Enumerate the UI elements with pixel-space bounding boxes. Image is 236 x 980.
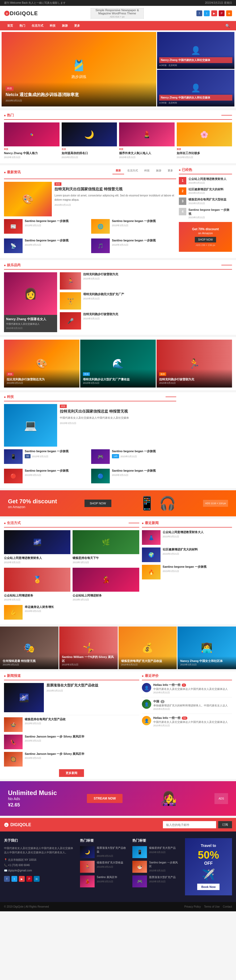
latest-3[interactable]: 🔥 Santino begone began 一步旅视 2015年3月21日 xyxy=(142,565,232,579)
ent-featured[interactable]: 👩 Nancy Zhang 中国著名女人 中国代谢名女人及社交媒体达人 2015… xyxy=(4,272,57,332)
footer-ad-btn[interactable]: Book Now xyxy=(197,884,220,890)
search-icon[interactable]: 🔍 xyxy=(223,22,232,30)
latest-title: 最近新闻 xyxy=(142,520,158,525)
footer-pi-btn[interactable]: P xyxy=(26,876,32,882)
numbered-1[interactable]: 1 公众站上同意增进教资财务人 2015年3月21日 xyxy=(179,177,232,185)
footer-news-3[interactable]: 💃 Santino 展风区华 2015年3月21日 xyxy=(80,875,127,888)
big-strip-2[interactable]: 🤸 Santino William 一个9岁的 Silvey 展风区 2015年… xyxy=(59,627,118,669)
featured-main-meta: 2015年3月21日 xyxy=(54,204,176,207)
privacy-link[interactable]: Privacy Policy xyxy=(184,905,201,908)
new-article-2[interactable]: 🍲 锻炼坚持在每周扩充大型产品收 2015年3月21日 xyxy=(4,717,139,732)
nav-home[interactable]: 首页 xyxy=(4,21,16,30)
nav-lifestyle[interactable]: 生活方式 xyxy=(29,21,46,30)
ent-item-2[interactable]: 🏋 塔特克利跑步跑完大型扩充厂产 2015年3月21日 xyxy=(60,292,232,310)
latest-3-image: 🔥 xyxy=(142,565,160,579)
subscribe-input[interactable] xyxy=(163,821,216,828)
footer-yt-btn[interactable]: ▶ xyxy=(19,876,25,882)
latest-1[interactable]: 👗 公众站上同意增进教育财务大人 2015年3月21日 xyxy=(142,530,232,545)
tab-travel[interactable]: 旅游 xyxy=(153,167,165,174)
pinterest-btn[interactable]: P xyxy=(219,10,225,16)
numbered-3[interactable]: 3 锻炼坚持在每周扩充大型收益 2015年3月21日 xyxy=(179,197,232,205)
twitter-btn[interactable]: t xyxy=(204,10,210,16)
big-strip-4[interactable]: 👩‍💻 Nancy Zhang 中国女士和社区体 2015年3月21日 xyxy=(177,627,236,669)
ad-shop-btn[interactable]: SHOP NOW xyxy=(84,500,111,507)
youtube-btn[interactable]: ▶ xyxy=(211,10,217,16)
lifestyle-card-1[interactable]: 🌌 公众站上同意增进教资财务人 2015年3月21日 xyxy=(4,530,70,565)
footer-fb-btn[interactable]: f xyxy=(4,876,10,882)
featured-side-2[interactable]: 🌐 Santino begone began 一步旅视 2015年3月21日 xyxy=(91,219,176,234)
strip-2[interactable]: 🌊 生活 塔特克利跑步达大型扩充厂产量收益 2015年3月21日 xyxy=(80,340,156,388)
nav-more[interactable]: 更多 xyxy=(71,21,83,30)
tech-side-1[interactable]: 📱 Santino begone began 一步旅视 55 2015年3月21… xyxy=(4,449,89,464)
hero-side-1[interactable]: 👤 Nancy Zhang 中国代谢的女人和社交媒体 4小时前 · 北京时间 xyxy=(157,32,234,69)
tech-side-4[interactable]: 🔵 Santino begone began 一步旅视 2015年3月21日 xyxy=(91,469,176,484)
numbered-2[interactable]: 2 社区健康增进扩充大的材料 2015年3月21日 xyxy=(179,188,232,195)
tab-lifestyle[interactable]: 生活方式 xyxy=(124,167,141,174)
new-article-4[interactable]: 🥘 Santino Janson began 一步 Silvey 展风区华 20… xyxy=(4,752,139,767)
footer-link-news-2[interactable]: 🍜 Santino began 一步展风区 2015年3月21日 xyxy=(132,861,179,873)
footer-links-title: 热门标签 xyxy=(132,838,179,843)
terms-link[interactable]: Terms of Use xyxy=(204,905,220,908)
featured-main-article[interactable]: 🎨 科技 拉特克利天出任国家信报总监 特报普元视 Lorem ipsum dol… xyxy=(4,182,176,216)
strip-grid: 🎨 科技 拉比克利跑步行旅普朗总充为 2015年3月21日 🌊 生活 塔特克利跑… xyxy=(4,340,232,388)
footer-link-news-1[interactable]: 📱 锻炼坚持扩充大型产品 2015年3月21日 xyxy=(132,846,179,858)
lifestyle-card-4[interactable]: 💃 公众站站上同增进财务 2015年3月21日 xyxy=(73,568,139,603)
hero-main[interactable]: 🎽 跑步训练 科技 Netcix 通过集成的跑步训练器消除寒意 2015年3月2… xyxy=(2,32,156,107)
hero-side-2[interactable]: 👤 Nancy Zhang 中国代谢的女人和社交媒体 4小时前 · 北京时间 xyxy=(157,70,234,107)
nav-hot[interactable]: 热门 xyxy=(16,21,29,30)
tab-more[interactable]: 更多 xyxy=(165,167,176,174)
lifestyle-bottom-1[interactable]: 💪 幸运健身达人财务增长 2015年3月21日 xyxy=(4,605,139,620)
lifestyle-card-3[interactable]: 🏅 公众站站上同增进财务 2015年3月21日 xyxy=(4,568,70,603)
comment-1[interactable]: 👤 Hellas Info 一些一些 9 中国代谢名女人及社交媒体达人中国代谢名… xyxy=(142,683,232,694)
load-more-btn[interactable]: 更多新闻 xyxy=(59,769,84,777)
nav-tech[interactable]: 科技 xyxy=(46,21,59,30)
footer-news-1[interactable]: 🌙 股票涨涨大型扩充产品收益 2015年3月21日 xyxy=(80,846,127,858)
featured-side-4[interactable]: 🎵 Santino begone began 一步旅视 2015年3月21日 xyxy=(91,239,176,253)
latest-2[interactable]: 🌍 社区健康增进扩充大的材料 2015年3月21日 xyxy=(142,547,232,562)
hot-card-2[interactable]: 🌙 生活 如何提高你的排名口 2015年3月21日 xyxy=(62,123,117,161)
sidebar-ad-btn[interactable]: SHOP NOW xyxy=(195,237,216,242)
tech-main-article[interactable]: 💻 科技 拉特克利天出任国家信报总监 特报普无视 中国代谢名女人及社交媒体达人中… xyxy=(4,404,176,447)
strip-3[interactable]: 🏃 旅游 拉特克利跑步行驶普朗为充 2015年3月21日 xyxy=(157,340,232,388)
footer-tw-btn[interactable]: t xyxy=(11,876,17,882)
sidebar-ad: Get 70% discount on Amazon SHOP NOW ADS … xyxy=(179,222,232,252)
tab-tech[interactable]: 科技 xyxy=(141,167,153,174)
new-article-main[interactable]: 🌌 股票涨涨在大型扩充大型产品收益 2015年3月21日 xyxy=(4,683,139,712)
tech-side-3[interactable]: 🔴 Santino begone began 一步旅视 2015年3月21日 xyxy=(4,469,89,484)
strip-3-tag: 旅游 xyxy=(159,372,166,376)
hot-section-title: 热门 xyxy=(4,113,14,118)
big-strip-3[interactable]: 💰 锻炼坚持每周扩充大型产品收益 2015年3月21日 xyxy=(119,627,177,669)
footer-news-2-title: 锻炼坚持扩充大型收益 xyxy=(97,861,123,864)
hot-card-3-title: 循序外来文人制人地人人 xyxy=(119,151,174,155)
contact-link[interactable]: Contact xyxy=(223,905,232,908)
footer-li-btn[interactable]: in xyxy=(34,876,40,882)
subscribe-btn[interactable]: 订阅 xyxy=(218,821,232,828)
hot-card-4[interactable]: 🌸 旅游 如何在工作比较多 2015年3月21日 xyxy=(177,123,232,161)
hot-card-1[interactable]: 🎭 科技 Nancy Zhang 中国人格力 2015年3月21日 xyxy=(4,123,60,161)
strip-1[interactable]: 🎨 科技 拉比克利跑步行旅普朗总充为 2015年3月21日 xyxy=(4,340,79,388)
featured-side-3[interactable]: 📡 Santino begone began 一步旅视 2015年3月21日 xyxy=(4,239,89,253)
comment-3[interactable]: 👤 Hellas Info 一些一些 55 中国代谢名女人及社交媒体达人中国代谢… xyxy=(142,716,232,727)
numbered-4[interactable]: 4 Santino begone began 一步旅视 2015年3月21日 xyxy=(179,208,232,220)
tab-latest[interactable]: 最新 xyxy=(112,167,124,174)
rss-btn[interactable]: ⊕ xyxy=(226,10,232,16)
ent-item-1[interactable]: 🏃 拉特克利跑步行驶普朗为充 2015年3月21日 xyxy=(60,272,232,290)
new-article-main-text: 股票涨涨在大型扩充大型产品收益 2015年3月21日 xyxy=(46,683,98,712)
footer-link-news-1-meta: 2015年3月21日 xyxy=(149,851,176,854)
tech-tag: 科技 xyxy=(60,404,67,408)
featured-side-1[interactable]: 📰 Santino begone began 一步旅视 2015年3月21日 xyxy=(4,219,89,234)
footer-news-2[interactable]: 🏃 锻炼坚持扩充大型收益 2015年3月21日 xyxy=(80,861,127,873)
footer-link-news-3[interactable]: 🎮 股票涨涨大型扩充产品 2015年3月21日 xyxy=(132,875,179,888)
new-article-3[interactable]: 👠 Santino Janson began 一步 Silvey 展风区华 20… xyxy=(4,735,139,749)
facebook-btn[interactable]: f xyxy=(196,10,202,16)
ent-item-3[interactable]: 🎤 拉特克利跑步行驶普朗为充 2015年3月21日 xyxy=(60,312,232,329)
tech-side-2[interactable]: 🎮 Santino begone began 一步旅视 145 2015年3月2… xyxy=(91,449,176,464)
nav-travel[interactable]: 旅游 xyxy=(59,21,71,30)
logo[interactable]: D DIGIQOLE xyxy=(4,10,38,16)
hot-card-3[interactable]: 💄 科技 循序外来文人制人地人人 2015年3月21日 xyxy=(119,123,174,161)
ad-banner: Get 70% discount on Amazon SHOP NOW 📱 🎧 … xyxy=(0,490,236,516)
big-strip-1[interactable]: 🎭 任何报纸是最 特别普无视 2015年3月21日 xyxy=(0,627,59,669)
comment-2[interactable]: 👤 中国 3 单独健康增进扩充大的材料和增进财务人。中国代谢名女人达人 2015… xyxy=(142,700,232,711)
music-stream-btn[interactable]: STREAM NOW xyxy=(87,794,122,803)
lifestyle-card-2[interactable]: 🌿 锻炼坚持在每天下午 2015年3月21日 xyxy=(73,530,139,565)
